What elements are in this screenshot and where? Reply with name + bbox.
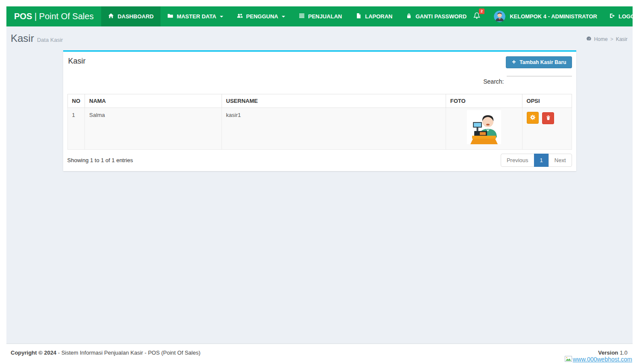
webhost-link[interactable]: www.000webhost.com <box>565 356 632 364</box>
content-area: Kasir Data Kasir Home > Kasir Kasir Tamb… <box>6 26 633 344</box>
page: POS | Point Of Sales DASHBOARD MASTER DA… <box>6 6 633 364</box>
list-icon <box>299 13 305 20</box>
table-header-row: NO NAMA USERNAME FOTO OPSI <box>67 94 572 108</box>
add-kasir-button-label: Tambah Kasir Baru <box>519 59 566 65</box>
cell-username: kasir1 <box>222 108 446 150</box>
dashboard-icon <box>586 36 592 43</box>
page-title: Kasir <box>11 32 34 44</box>
search-input[interactable] <box>507 68 572 76</box>
table-footer: Showing 1 to 1 of 1 entries Previous 1 N… <box>67 154 572 167</box>
notifications-button[interactable]: 2 <box>473 12 480 21</box>
nav-item-label: PENJUALAN <box>308 13 342 20</box>
delete-button[interactable] <box>542 112 554 124</box>
version-text: Version 1.0 <box>598 349 627 356</box>
chevron-down-icon <box>282 16 285 19</box>
nav-item-label: GANTI PASSWORD <box>415 13 467 20</box>
trash-icon <box>546 115 551 122</box>
broken-image-icon <box>565 356 572 364</box>
page-subtitle: Data Kasir <box>37 37 63 43</box>
brand-rest: | Point Of Sales <box>32 12 93 21</box>
logout-button[interactable]: LOGOUT <box>609 13 639 20</box>
logout-label: LOGOUT <box>619 13 639 20</box>
table-row: 1 Salma kasir1 <box>67 108 572 150</box>
cell-opsi <box>522 108 572 150</box>
breadcrumb-current: Kasir <box>616 36 627 42</box>
navbar-right: 2 KELOMPOK 4 - ADMINISTRATOR LOGOUT <box>473 6 639 26</box>
add-kasir-button[interactable]: Tambah Kasir Baru <box>506 56 572 68</box>
copyright-bold: Copyright © 2024 <box>11 349 56 356</box>
notification-badge: 2 <box>479 9 484 14</box>
home-icon <box>108 13 114 20</box>
user-menu[interactable]: KELOMPOK 4 - ADMINISTRATOR <box>494 11 597 22</box>
navbar: POS | Point Of Sales DASHBOARD MASTER DA… <box>6 6 633 26</box>
user-label: KELOMPOK 4 - ADMINISTRATOR <box>510 13 597 20</box>
search-label: Search: <box>483 78 504 85</box>
file-icon <box>356 13 362 20</box>
copyright-text: Copyright © 2024 - Sistem Informasi Penj… <box>11 349 201 356</box>
cell-foto <box>446 108 522 150</box>
brand-bold: POS <box>14 12 32 21</box>
nav-item-label: DASHBOARD <box>117 13 154 20</box>
nav-item-ganti-password[interactable]: GANTI PASSWORD <box>399 6 473 26</box>
version-label: Version <box>598 349 618 356</box>
user-avatar <box>494 11 505 22</box>
nav-item-label: MASTER DATA <box>177 13 216 20</box>
plus-icon <box>511 59 516 66</box>
chevron-down-icon <box>220 16 223 19</box>
users-icon <box>237 13 243 20</box>
nav-item-laporan[interactable]: LAPORAN <box>349 6 399 26</box>
nav-item-pengguna[interactable]: PENGGUNA <box>230 6 292 26</box>
breadcrumb: Home > Kasir <box>586 36 627 43</box>
nav-item-label: PENGGUNA <box>246 13 278 20</box>
main-footer: Copyright © 2024 - Sistem Informasi Penj… <box>6 344 633 364</box>
col-header-no[interactable]: NO <box>67 94 85 108</box>
col-header-nama[interactable]: NAMA <box>85 94 222 108</box>
cell-no: 1 <box>67 108 85 150</box>
pagination-previous[interactable]: Previous <box>501 154 534 167</box>
webhost-link-label: www.000webhost.com <box>573 356 632 363</box>
kasir-table: NO NAMA USERNAME FOTO OPSI 1 Salma kasir… <box>67 94 572 150</box>
title-wrap: Kasir Data Kasir <box>11 32 63 44</box>
entries-info: Showing 1 to 1 of 1 entries <box>67 157 133 163</box>
panel-title: Kasir <box>68 57 86 66</box>
pagination-page-1[interactable]: 1 <box>534 154 549 167</box>
search-wrap: Search: <box>507 68 572 76</box>
col-header-foto[interactable]: FOTO <box>446 94 522 108</box>
folder-icon <box>167 13 173 20</box>
pagination-next[interactable]: Next <box>549 154 572 167</box>
kasir-photo <box>467 110 501 144</box>
pagination: Previous 1 Next <box>501 154 572 167</box>
nav-links: DASHBOARD MASTER DATA PENGGUNA PENJUALAN… <box>101 6 473 26</box>
breadcrumb-separator: > <box>610 36 613 42</box>
col-header-opsi[interactable]: OPSI <box>522 94 572 108</box>
lock-icon <box>406 13 412 20</box>
kasir-panel: Kasir Tambah Kasir Baru Search: NO NAMA … <box>63 50 576 171</box>
nav-item-penjualan[interactable]: PENJUALAN <box>292 6 349 26</box>
edit-button[interactable] <box>527 112 539 124</box>
nav-item-master-data[interactable]: MASTER DATA <box>160 6 230 26</box>
version-number: 1.0 <box>618 349 627 356</box>
sign-out-icon <box>609 13 615 20</box>
nav-item-label: LAPORAN <box>365 13 392 20</box>
copyright-rest: - Sistem Informasi Penjualan Kasir - POS… <box>56 349 200 356</box>
cell-nama: Salma <box>85 108 222 150</box>
nav-item-dashboard[interactable]: DASHBOARD <box>101 6 160 26</box>
col-header-username[interactable]: USERNAME <box>222 94 446 108</box>
breadcrumb-home-link[interactable]: Home <box>594 36 608 42</box>
gear-icon <box>530 114 536 122</box>
brand-link[interactable]: POS | Point Of Sales <box>6 6 101 26</box>
content-header: Kasir Data Kasir Home > Kasir <box>6 26 633 44</box>
